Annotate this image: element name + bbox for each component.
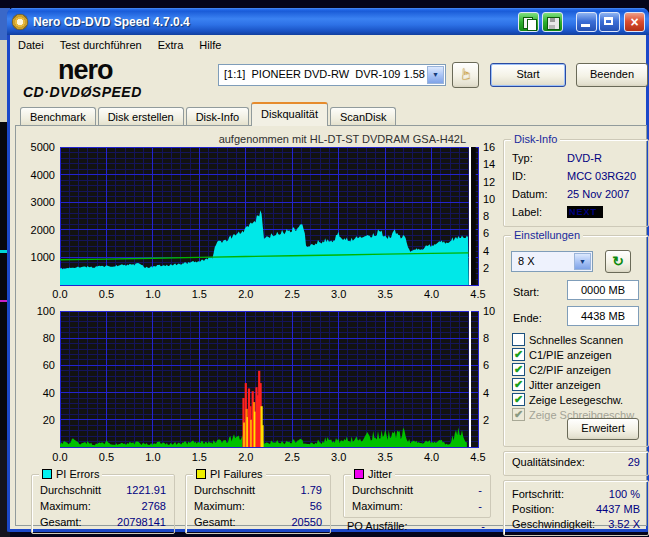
checkbox-schnelles-scannen[interactable]: ✔: [512, 333, 525, 346]
menu-item-hilfe[interactable]: Hilfe: [191, 37, 229, 53]
tab-disk-erstellen[interactable]: Disk erstellen: [98, 107, 184, 126]
pi-failures-stats-box: PI FailuresDurchschnitt1.79Maximum:56Ges…: [185, 474, 331, 534]
tab-disk-info[interactable]: Disk-Info: [186, 107, 249, 126]
copy-screenshot-button[interactable]: [518, 12, 539, 32]
stats-value: 20798141: [117, 516, 166, 528]
svg-text:0.5: 0.5: [99, 288, 114, 300]
checkbox-label: Zeige Lesegeschw.: [529, 394, 623, 406]
stats-row: Durchschnitt1.79: [194, 484, 322, 498]
svg-text:4.0: 4.0: [424, 288, 439, 300]
svg-text:6: 6: [483, 359, 489, 371]
svg-text:4.5: 4.5: [470, 288, 485, 300]
tab-diskqualit-t[interactable]: Diskqualität: [251, 102, 328, 126]
svg-text:14: 14: [483, 158, 495, 170]
minimize-button[interactable]: [576, 12, 597, 32]
svg-text:2.5: 2.5: [285, 451, 300, 463]
stats-row: Durchschnitt1221.91: [40, 484, 166, 498]
stats-value: 20550: [291, 516, 322, 528]
tab-benchmark[interactable]: Benchmark: [20, 107, 96, 126]
menu-item-extra[interactable]: Extra: [150, 37, 192, 53]
svg-text:3.0: 3.0: [331, 451, 346, 463]
stats-row: Maximum:-: [352, 500, 482, 514]
tab-scandisk[interactable]: ScanDisk: [330, 107, 396, 126]
progress-row: Position:4437 MB: [512, 503, 640, 517]
eject-tray-button[interactable]: ☞: [452, 62, 479, 88]
minimize-icon: [581, 24, 590, 27]
progress-box: Fortschritt:100 %Position:4437 MBGeschwi…: [503, 480, 649, 536]
svg-text:3000: 3000: [31, 196, 55, 208]
start-position-input[interactable]: 0000 MB: [567, 280, 639, 300]
svg-text:40: 40: [43, 387, 55, 399]
svg-text:10: 10: [483, 193, 495, 205]
progress-label: Fortschritt:: [512, 488, 564, 500]
svg-text:5000: 5000: [31, 141, 55, 153]
end-position-input[interactable]: 4438 MB: [567, 306, 639, 326]
nero-logo-wordmark: nero: [58, 58, 113, 82]
svg-text:2: 2: [483, 262, 489, 274]
app-icon-cd: [12, 14, 28, 30]
drive-selector[interactable]: [1:1] PIONEER DVD-RW DVR-109 1.58 ▼: [218, 64, 446, 86]
svg-text:1.5: 1.5: [192, 288, 207, 300]
app-window: Nero CD-DVD Speed 4.7.0.4 × DateiTest du…: [7, 8, 649, 532]
chevron-down-icon[interactable]: ▼: [427, 66, 444, 84]
end-position-label: Ende:: [513, 312, 542, 324]
svg-text:1.0: 1.0: [145, 451, 160, 463]
svg-text:2.0: 2.0: [238, 288, 253, 300]
svg-text:1000: 1000: [31, 251, 55, 263]
quit-button[interactable]: Beenden: [576, 63, 648, 87]
pi-errors-legend-swatch: [42, 469, 52, 479]
disk-info-label: Typ:: [512, 152, 533, 164]
disk-info-row: Typ:DVD-R: [512, 152, 640, 166]
checkbox-jitter-anzeigen[interactable]: ✔: [512, 378, 525, 391]
po-failures-row: PO Ausfälle: -: [347, 520, 485, 534]
refresh-button[interactable]: ↻: [605, 250, 631, 273]
stats-label: Durchschnitt: [40, 484, 101, 496]
settings-title: Einstellungen: [511, 229, 583, 241]
svg-text:4: 4: [483, 245, 489, 257]
jitter-legend-swatch: [354, 469, 364, 479]
stats-value: 1.79: [301, 484, 322, 496]
checkbox-label: Schnelles Scannen: [529, 334, 623, 346]
svg-text:2.0: 2.0: [238, 451, 253, 463]
progress-value: 3.52 X: [608, 518, 640, 530]
disk-info-row: Datum:25 Nov 2007: [512, 188, 640, 202]
advanced-button[interactable]: Erweitert: [567, 418, 639, 440]
svg-text:16: 16: [483, 141, 495, 153]
stats-value: 2768: [142, 500, 166, 512]
checkbox-c1-pie-anzeigen[interactable]: ✔: [512, 348, 525, 361]
svg-text:4.0: 4.0: [424, 451, 439, 463]
checkbox-zeige-schreibgeschw-: ✔: [512, 408, 525, 421]
progress-value: 4437 MB: [596, 503, 640, 515]
drive-selector-value: [1:1] PIONEER DVD-RW DVR-109 1.58: [224, 68, 425, 80]
disk-info-title: Disk-Info: [511, 133, 560, 145]
titlebar[interactable]: Nero CD-DVD Speed 4.7.0.4 ×: [7, 8, 649, 35]
disk-info-row: Label:NEXT: [512, 206, 640, 220]
stats-label: Maximum:: [194, 500, 245, 512]
svg-text:4.5: 4.5: [470, 451, 485, 463]
disk-info-box: Disk-Info Typ:DVD-RID:MCC 03RG20Datum:25…: [503, 139, 649, 227]
stats-row: Durchschnitt-: [352, 484, 482, 498]
save-screenshot-button[interactable]: [542, 12, 563, 32]
chevron-down-icon[interactable]: ▼: [574, 253, 591, 270]
svg-text:80: 80: [43, 332, 55, 344]
quality-index-value: 29: [628, 456, 640, 468]
start-button[interactable]: Start: [490, 63, 566, 87]
svg-text:60: 60: [43, 359, 55, 371]
svg-text:3.5: 3.5: [377, 288, 392, 300]
checkbox-c2-pif-anzeigen[interactable]: ✔: [512, 363, 525, 376]
svg-text:6: 6: [483, 227, 489, 239]
menu-item-datei[interactable]: Datei: [10, 37, 52, 53]
checkbox-label: C1/PIE anzeigen: [529, 349, 612, 361]
quality-index-box: Qualitätsindex: 29: [503, 451, 649, 476]
close-button[interactable]: ×: [624, 12, 645, 32]
menu-item-test-durchf-hren[interactable]: Test durchführen: [52, 37, 150, 53]
maximize-button[interactable]: [599, 12, 620, 32]
svg-text:0.0: 0.0: [52, 288, 67, 300]
disc-label-redacted: NEXT: [567, 206, 603, 218]
speed-selector[interactable]: 8 X ▼: [511, 251, 593, 272]
pi-errors-chart: 500040003000200010001614121086420.00.51.…: [24, 131, 500, 305]
svg-text:100: 100: [37, 305, 55, 317]
svg-text:3.5: 3.5: [377, 451, 392, 463]
stats-row: Maximum:56: [194, 500, 322, 514]
checkbox-zeige-lesegeschw-[interactable]: ✔: [512, 393, 525, 406]
